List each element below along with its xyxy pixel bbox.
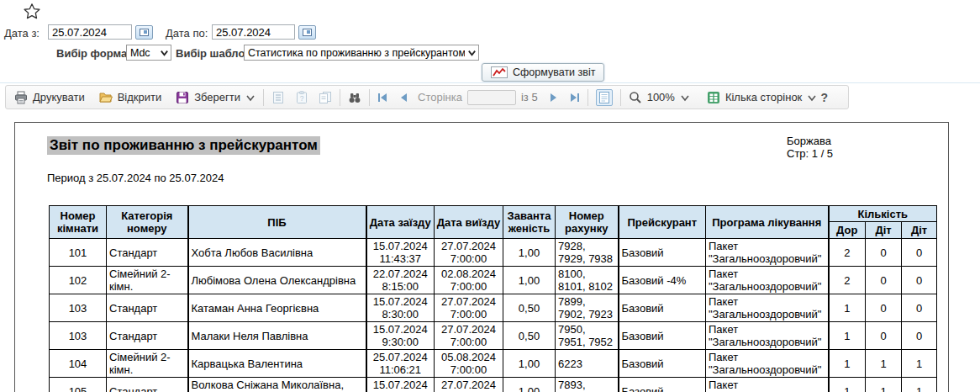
cell-category: Стандарт [107, 294, 188, 322]
cell-checkin: 15.07.2024 9:20:19 [366, 378, 435, 392]
date-from-input[interactable] [48, 24, 132, 40]
date-from-calendar-button[interactable] [135, 25, 153, 40]
cell-pricelist: Базовий [619, 378, 706, 392]
cell-invoice: 7893, 7896, 7900 [556, 378, 619, 392]
cell-children2: 0 [902, 294, 937, 322]
favorite-star-icon[interactable] [23, 3, 41, 21]
cell-checkin: 22.07.2024 8:15:00 [366, 267, 435, 294]
template-select[interactable]: Статистика по проживанню з прейскурантом… [244, 45, 479, 61]
cell-children1: 1 [866, 378, 902, 392]
toolbar-separator [263, 89, 264, 106]
cell-children2: 0 [902, 267, 937, 294]
cell-program: Пакет "Загальнооздоровчий" [706, 267, 829, 294]
page-view-icon [599, 92, 609, 103]
cell-pricelist: Базовий [619, 294, 706, 322]
col-header-occupancy: Заванта женість [503, 206, 556, 239]
cell-name: Карвацька Валентина [188, 350, 366, 378]
document-list-icon [271, 91, 285, 104]
cell-invoice: 8100, 8101, 8102 [556, 267, 619, 294]
date-to-input[interactable] [212, 24, 295, 40]
chart-line-icon [491, 66, 508, 78]
cell-occupancy: 0,50 [503, 294, 556, 322]
cell-children1: 0 [866, 322, 902, 350]
format-select[interactable]: Mdc [126, 45, 171, 61]
multipage-view-control[interactable]: Кілька сторінок [707, 91, 817, 104]
report-page: Звіт по проживанню з прейскурантом Боржа… [14, 122, 949, 392]
toolbar-separator [620, 89, 621, 106]
cell-category: Стандарт [107, 378, 188, 392]
chevron-down-icon [467, 48, 477, 57]
cell-name: Волкова Сніжана Миколаївна, Волкова Веро… [188, 378, 366, 392]
date-to-label: Дата по: [166, 27, 208, 40]
print-button[interactable]: Друкувати [14, 91, 85, 104]
cell-children1: 0 [866, 239, 902, 267]
table-row: 102 Сімейний 2-кімн. Любімова Олена Олек… [50, 267, 937, 294]
save-button[interactable]: Зберегти [176, 91, 256, 104]
cell-program: Пакет "Загальнооздоровчий" [706, 322, 829, 350]
cell-room: 102 [50, 267, 107, 294]
table-row: 103 Стандарт Малаки Неля Павлівна 15.07.… [50, 322, 937, 350]
toolbar-separator [587, 89, 588, 106]
magnifier-icon [629, 91, 642, 104]
date-from-label: Дата з: [4, 27, 40, 40]
chevron-down-icon [680, 93, 690, 103]
cell-invoice: 7928, 7929, 7938 [556, 239, 619, 267]
copy-pages-icon [319, 91, 332, 104]
cell-adults: 1 [829, 350, 866, 378]
col-header-checkout: Дата виїзду [435, 206, 503, 239]
binoculars-icon [348, 91, 361, 104]
cell-checkin: 25.07.2024 11:06:21 [366, 350, 435, 378]
col-header-category: Категорія номеру [107, 206, 188, 239]
report-title: Звіт по проживанню з прейскурантом [47, 136, 320, 155]
format-select-value: Mdc [130, 47, 157, 59]
next-page-button[interactable] [548, 93, 558, 103]
cell-checkout: 05.08.2024 7:00:00 [435, 350, 503, 378]
col-header-adults: Дор [829, 222, 866, 239]
parameters-button[interactable]: ? [295, 91, 308, 104]
page-indicator: Стр: 1 / 5 [787, 147, 833, 160]
copy-button[interactable] [319, 91, 332, 104]
previous-page-button[interactable] [399, 93, 409, 103]
page-number-input[interactable] [467, 90, 516, 105]
cell-occupancy: 1,00 [503, 239, 556, 267]
col-header-children1: Діт [866, 222, 902, 239]
cell-children2: 1 [902, 378, 937, 392]
cell-program: Пакет "Загальнооздоровчий" [706, 239, 829, 267]
cell-pricelist: Базовий [619, 239, 706, 267]
last-page-button[interactable] [570, 93, 580, 103]
report-meta: Боржава Стр: 1 / 5 [787, 135, 833, 160]
col-header-room: Номер кімнати [50, 206, 107, 239]
toolbar-separator [369, 89, 370, 106]
zoom-control[interactable]: 100% [629, 91, 690, 104]
cell-adults: 1 [829, 294, 866, 322]
cell-invoice: 7899, 7902, 7923 [556, 294, 619, 322]
form-divider [0, 82, 980, 83]
first-page-button[interactable] [377, 93, 387, 103]
help-button[interactable]: ? [820, 91, 828, 104]
cell-room: 103 [50, 294, 107, 322]
cell-category: Сімейний 2-кімн. [107, 350, 188, 378]
cell-program: Пакет "Загальнооздоровчий" [706, 378, 829, 392]
table-row: 105 Стандарт Волкова Сніжана Миколаївна,… [50, 378, 937, 392]
find-button[interactable] [348, 91, 361, 104]
open-button[interactable]: Відкрити [99, 91, 162, 104]
date-to-calendar-button[interactable] [298, 25, 316, 40]
cell-program: Пакет "Загальнооздоровчий" [706, 294, 829, 322]
table-row: 103 Стандарт Катаман Анна Георгієвна 15.… [50, 294, 937, 322]
single-page-view-button[interactable] [596, 89, 613, 106]
generate-report-button[interactable]: Сформувати звіт [482, 63, 604, 82]
cell-checkout: 02.08.2024 7:00:00 [435, 267, 503, 294]
cell-children2: 0 [902, 322, 937, 350]
multipage-grid-icon [707, 91, 720, 104]
report-viewer-screen: Дата з: Дата по: Вибір формату Mdc Вибір… [0, 0, 980, 392]
export-settings-button[interactable] [271, 91, 285, 104]
cell-category: Стандарт [107, 322, 188, 350]
print-label: Друкувати [33, 91, 85, 103]
cell-occupancy: 1,00 [503, 267, 556, 294]
cell-checkin: 15.07.2024 11:43:37 [366, 239, 435, 267]
report-table: Номер кімнати Категорія номеру ПІБ Дата … [49, 205, 937, 392]
report-period: Период з 25.07.2024 по 25.07.2024 [47, 172, 224, 184]
cell-adults: 2 [829, 239, 866, 267]
cell-room: 104 [50, 350, 107, 378]
save-label: Зберегти [194, 91, 240, 103]
